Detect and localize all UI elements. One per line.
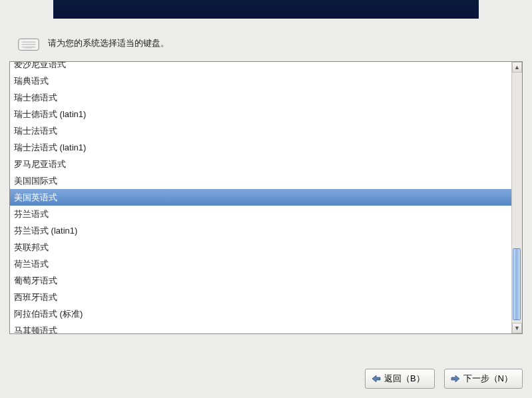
button-row: 返回（B） 下一步（N）	[365, 369, 523, 389]
list-item[interactable]: 瑞士德语式 (latin1)	[10, 106, 511, 122]
list-item[interactable]: 荷兰语式	[10, 256, 511, 272]
list-item[interactable]: 西班牙语式	[10, 289, 511, 305]
scroll-thumb[interactable]	[513, 248, 521, 320]
scroll-down-arrow[interactable]: ▼	[512, 323, 522, 333]
list-item[interactable]: 瑞士德语式	[10, 89, 511, 106]
arrow-right-icon	[450, 374, 461, 383]
next-label: 下一步（N）	[463, 373, 513, 385]
prompt-row: 请为您的系统选择适当的键盘。	[16, 33, 505, 53]
scroll-up-arrow[interactable]: ▲	[512, 62, 522, 73]
list-item[interactable]: 阿拉伯语式 (标准)	[10, 305, 511, 322]
list-item[interactable]: 瑞典语式	[10, 73, 511, 89]
scrollbar[interactable]: ▲ ▼	[511, 62, 522, 333]
list-item[interactable]: 芬兰语式	[10, 206, 511, 222]
list-item[interactable]: 瑞士法语式	[10, 122, 511, 139]
prompt-text: 请为您的系统选择适当的键盘。	[48, 37, 169, 49]
title-bar	[53, 0, 479, 19]
list-inner[interactable]: 爱沙尼亚语式瑞典语式瑞士德语式瑞士德语式 (latin1)瑞士法语式瑞士法语式 …	[10, 62, 511, 333]
list-item[interactable]: 马其顿语式	[10, 322, 511, 333]
back-label: 返回（B）	[384, 373, 425, 385]
list-item[interactable]: 罗马尼亚语式	[10, 156, 511, 172]
list-item[interactable]: 美国英语式	[10, 189, 511, 206]
list-item[interactable]: 芬兰语式 (latin1)	[10, 222, 511, 239]
list-item[interactable]: 葡萄牙语式	[10, 272, 511, 289]
keyboard-icon	[16, 33, 41, 53]
keyboard-list: 爱沙尼亚语式瑞典语式瑞士德语式瑞士德语式 (latin1)瑞士法语式瑞士法语式 …	[9, 61, 523, 334]
arrow-left-icon	[371, 374, 382, 383]
back-button[interactable]: 返回（B）	[365, 369, 435, 389]
svg-rect-4	[25, 47, 32, 49]
list-item[interactable]: 爱沙尼亚语式	[10, 62, 511, 73]
next-button[interactable]: 下一步（N）	[444, 369, 523, 389]
list-item[interactable]: 瑞士法语式 (latin1)	[10, 139, 511, 156]
list-item[interactable]: 英联邦式	[10, 239, 511, 256]
list-item[interactable]: 美国国际式	[10, 172, 511, 189]
